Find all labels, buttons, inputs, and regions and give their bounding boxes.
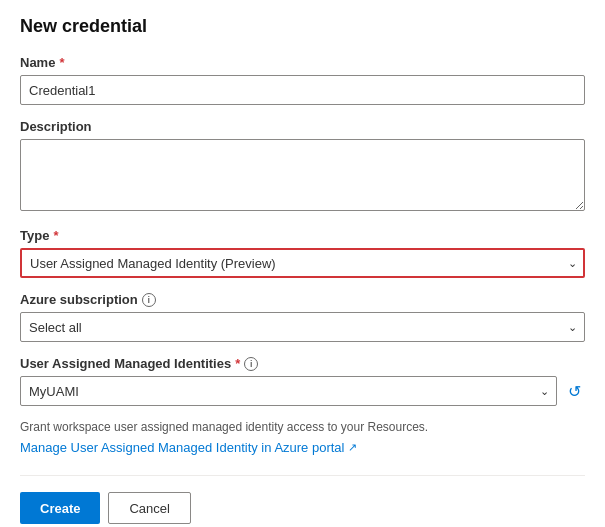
external-link-icon: ↗ [348, 441, 357, 454]
name-label: Name * [20, 55, 585, 70]
uami-info-icon[interactable]: i [244, 357, 258, 371]
type-label: Type * [20, 228, 585, 243]
name-required-star: * [59, 55, 64, 70]
name-group: Name * [20, 55, 585, 105]
page-title: New credential [20, 16, 585, 37]
uami-label: User Assigned Managed Identities * i [20, 356, 585, 371]
type-select[interactable]: User Assigned Managed Identity (Preview)… [20, 248, 585, 278]
description-input[interactable] [20, 139, 585, 211]
hint-text: Grant workspace user assigned managed id… [20, 420, 585, 434]
create-button[interactable]: Create [20, 492, 100, 524]
azure-subscription-group: Azure subscription i Select all ⌄ [20, 292, 585, 342]
uami-select[interactable]: MyUAMI [20, 376, 557, 406]
description-label: Description [20, 119, 585, 134]
name-input[interactable] [20, 75, 585, 105]
footer-divider [20, 475, 585, 476]
uami-select-row: MyUAMI ⌄ ↺ [20, 376, 585, 406]
azure-portal-link[interactable]: Manage User Assigned Managed Identity in… [20, 440, 357, 455]
page-container: New credential Name * Description Type *… [0, 0, 605, 527]
uami-group: User Assigned Managed Identities * i MyU… [20, 356, 585, 406]
uami-required-star: * [235, 356, 240, 371]
azure-subscription-label: Azure subscription i [20, 292, 585, 307]
azure-subscription-select-wrapper: Select all ⌄ [20, 312, 585, 342]
cancel-button[interactable]: Cancel [108, 492, 190, 524]
azure-subscription-select[interactable]: Select all [20, 312, 585, 342]
description-group: Description [20, 119, 585, 214]
type-required-star: * [53, 228, 58, 243]
uami-select-wrapper: MyUAMI ⌄ [20, 376, 557, 406]
azure-subscription-info-icon[interactable]: i [142, 293, 156, 307]
refresh-icon[interactable]: ↺ [563, 380, 585, 402]
type-select-wrapper: User Assigned Managed Identity (Preview)… [20, 248, 585, 278]
type-group: Type * User Assigned Managed Identity (P… [20, 228, 585, 278]
footer-buttons: Create Cancel [20, 492, 585, 524]
